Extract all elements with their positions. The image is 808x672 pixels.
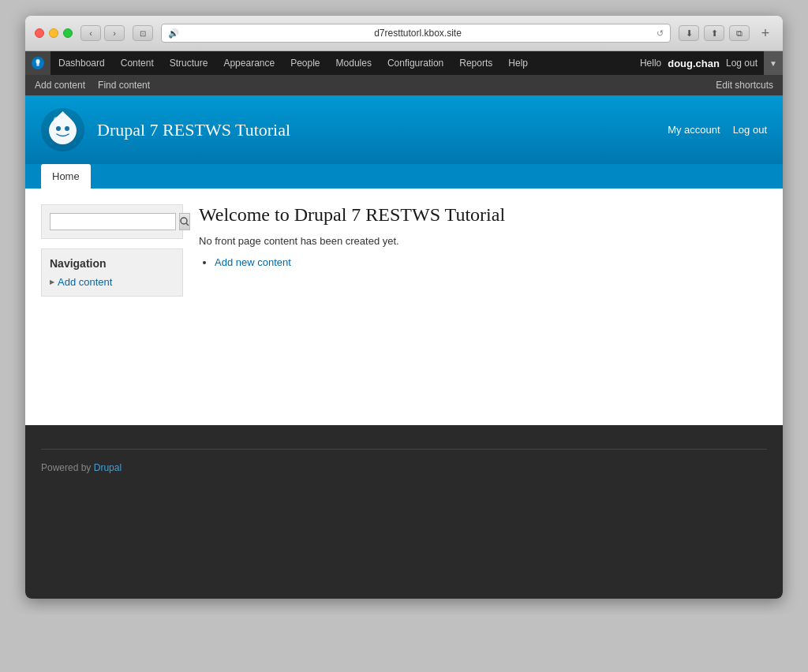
main-content-area: Welcome to Drupal 7 RESTWS Tutorial No f…	[199, 204, 767, 409]
admin-nav-modules[interactable]: Modules	[328, 51, 380, 75]
maximize-button[interactable]	[63, 28, 73, 38]
back-button[interactable]: ‹	[80, 25, 101, 41]
share-button[interactable]: ⬆	[704, 25, 724, 41]
find-content-shortcut[interactable]: Find content	[98, 80, 150, 91]
new-window-button[interactable]: ⧉	[729, 25, 750, 41]
svg-point-5	[65, 126, 69, 131]
site-title: Drupal 7 RESTWS Tutorial	[97, 120, 290, 140]
close-button[interactable]	[35, 28, 44, 38]
drupal-logo	[41, 108, 84, 151]
svg-line-8	[186, 223, 189, 226]
nav-add-content[interactable]: Add content	[50, 276, 174, 288]
sidebar: Navigation Add content	[41, 204, 183, 409]
admin-nav-dashboard[interactable]: Dashboard	[50, 51, 113, 75]
minimize-button[interactable]	[49, 28, 58, 38]
admin-username[interactable]: doug.chan	[668, 58, 720, 69]
search-input[interactable]	[50, 213, 176, 230]
site-header-links: My account Log out	[668, 124, 767, 136]
download-button[interactable]: ⬇	[679, 25, 699, 41]
admin-logout-button[interactable]: Log out	[726, 58, 758, 69]
powered-by-text: Powered by Drupal	[41, 462, 767, 473]
address-bar[interactable]: 🔊 d7resttutorl.kbox.site ↺	[161, 24, 671, 43]
add-new-content-link[interactable]: Add new content	[215, 256, 291, 268]
admin-nav-people[interactable]: People	[282, 51, 327, 75]
add-new-content-item: Add new content	[215, 256, 767, 268]
navigation-block-title: Navigation	[50, 257, 174, 270]
no-content-message: No front page content has been created y…	[199, 235, 767, 247]
admin-nav: Dashboard Content Structure Appearance P…	[50, 51, 640, 75]
navigation-block: Navigation Add content	[41, 248, 183, 297]
site-logout-link[interactable]: Log out	[733, 124, 767, 136]
page-content: Navigation Add content Welcome to Drupal…	[25, 189, 783, 425]
window-mode-button[interactable]: ⊡	[133, 25, 153, 41]
browser-window: ‹ › ⊡ 🔊 d7resttutorl.kbox.site ↺ ⬇ ⬆ ⧉ +	[25, 16, 783, 599]
forward-button[interactable]: ›	[104, 25, 125, 41]
search-button[interactable]	[179, 213, 190, 230]
new-tab-button[interactable]: +	[758, 25, 773, 41]
shortcuts-bar: Add content Find content Edit shortcuts	[25, 75, 783, 95]
audio-icon: 🔊	[168, 28, 179, 39]
search-block	[41, 204, 183, 239]
page-title: Welcome to Drupal 7 RESTWS Tutorial	[199, 204, 767, 226]
drupal-link[interactable]: Drupal	[94, 462, 122, 473]
admin-dropdown-button[interactable]: ▼	[764, 51, 783, 75]
admin-nav-help[interactable]: Help	[500, 51, 536, 75]
svg-point-4	[56, 126, 61, 131]
edit-shortcuts-button[interactable]: Edit shortcuts	[716, 80, 773, 91]
add-content-shortcut[interactable]: Add content	[35, 80, 85, 91]
my-account-link[interactable]: My account	[668, 124, 720, 136]
admin-nav-reports[interactable]: Reports	[451, 51, 500, 75]
admin-nav-configuration[interactable]: Configuration	[380, 51, 451, 75]
admin-nav-structure[interactable]: Structure	[162, 51, 216, 75]
site-footer: Powered by Drupal	[25, 425, 783, 599]
drupal-logo-small	[32, 57, 44, 69]
footer-divider	[41, 449, 767, 450]
admin-user-info: Hello doug.chan Log out	[640, 51, 764, 75]
traffic-lights	[35, 28, 73, 38]
nav-tab-home[interactable]: Home	[41, 164, 91, 189]
hello-text: Hello	[640, 58, 661, 69]
admin-bar: Dashboard Content Structure Appearance P…	[25, 51, 783, 75]
site-branding: Drupal 7 RESTWS Tutorial	[41, 108, 290, 151]
admin-nav-content[interactable]: Content	[113, 51, 162, 75]
search-form	[50, 213, 174, 230]
search-icon	[180, 217, 189, 226]
browser-action-buttons: ⬇ ⬆ ⧉	[679, 25, 750, 41]
powered-by-label: Powered by	[41, 462, 91, 473]
browser-titlebar: ‹ › ⊡ 🔊 d7resttutorl.kbox.site ↺ ⬇ ⬆ ⧉ +	[25, 16, 783, 51]
svg-point-2	[36, 63, 39, 66]
shortcuts-left: Add content Find content	[35, 80, 150, 91]
svg-point-7	[181, 218, 187, 224]
main-nav: Home	[25, 164, 783, 189]
admin-nav-appearance[interactable]: Appearance	[215, 51, 282, 75]
reload-icon[interactable]: ↺	[656, 28, 664, 39]
content-list: Add new content	[199, 256, 767, 268]
url-text: d7resttutorl.kbox.site	[184, 28, 652, 39]
site-header: Drupal 7 RESTWS Tutorial My account Log …	[25, 95, 783, 164]
admin-home-button[interactable]	[25, 51, 50, 75]
browser-nav-buttons: ‹ ›	[80, 25, 125, 41]
